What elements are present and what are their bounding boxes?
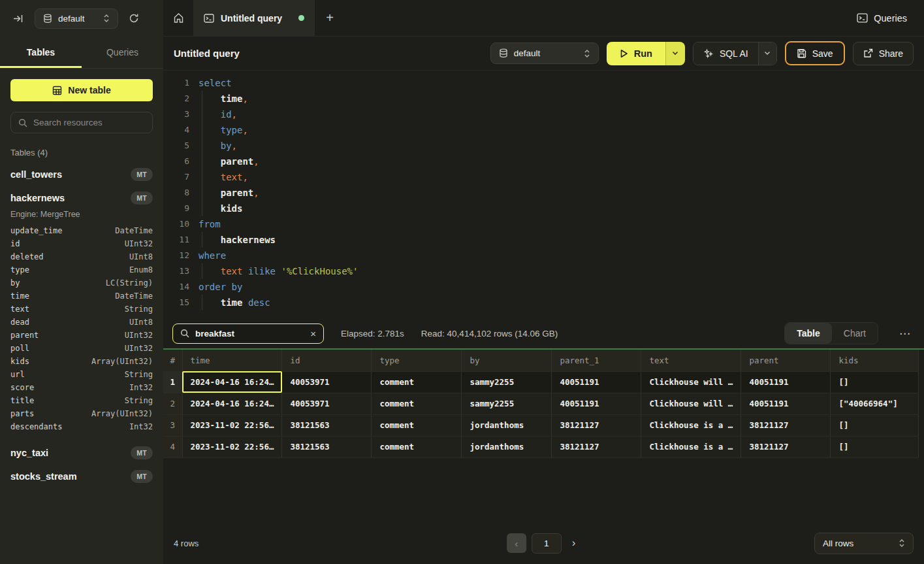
sidebar-table-hackernews[interactable]: hackernews MT	[10, 191, 153, 205]
code-line[interactable]: 3 id,	[163, 107, 924, 122]
share-button[interactable]: Share	[853, 42, 914, 65]
table-cell[interactable]: 40053971	[282, 393, 372, 414]
column-row[interactable]: urlString	[10, 368, 153, 381]
sidebar-search[interactable]	[10, 112, 153, 133]
next-page-icon[interactable]: ›	[567, 534, 581, 552]
table-cell[interactable]: 40051191	[552, 393, 641, 414]
code-line[interactable]: 13 text ilike '%ClickHouse%'	[163, 263, 924, 279]
table-cell[interactable]: comment	[372, 414, 462, 436]
page-size-select[interactable]: All rows	[814, 533, 914, 554]
new-tab-button[interactable]: +	[315, 0, 345, 36]
row-number-cell[interactable]: 1	[163, 371, 182, 393]
table-cell[interactable]: 38121127	[741, 436, 831, 457]
table-cell[interactable]: 38121127	[552, 414, 641, 436]
sidebar-tab-queries[interactable]: Queries	[82, 37, 163, 68]
table-cell[interactable]: Clickhouse is a …	[641, 436, 741, 457]
sql-editor[interactable]: 1select2 time,3 id,4 type,5 by,6 parent,…	[163, 71, 924, 318]
code-line[interactable]: 15 time desc	[163, 295, 924, 310]
table-cell[interactable]: sammy2255	[462, 371, 552, 393]
code-line[interactable]: 4 type,	[163, 122, 924, 138]
code-line[interactable]: 10from	[163, 216, 924, 232]
column-row[interactable]: partsArray(UInt32)	[10, 407, 153, 420]
save-button[interactable]: Save	[785, 41, 845, 65]
home-button[interactable]	[163, 0, 193, 36]
toolbar-database-select[interactable]: default	[490, 42, 599, 64]
table-cell[interactable]: 38121563	[282, 414, 372, 436]
table-cell[interactable]: comment	[372, 371, 462, 393]
column-row[interactable]: scoreInt32	[10, 381, 153, 394]
table-cell[interactable]: sammy2255	[462, 393, 552, 414]
table-cell[interactable]: 2024-04-16 16:24…	[182, 371, 282, 393]
sqlai-options-button[interactable]	[758, 42, 776, 65]
topbar-database-select[interactable]: default	[35, 8, 118, 29]
sidebar-search-input[interactable]	[33, 118, 145, 127]
table-cell[interactable]: 2024-04-16 16:24…	[182, 393, 282, 414]
table-cell[interactable]: 2023-11-02 22:56…	[182, 436, 282, 457]
sidebar-table-stocks-stream[interactable]: stocks_stream MT	[10, 470, 153, 483]
column-row[interactable]: typeEnum8	[10, 263, 153, 276]
column-row[interactable]: kidsArray(UInt32)	[10, 355, 153, 368]
run-options-button[interactable]	[665, 42, 685, 65]
table-cell[interactable]: Clickhouse will …	[641, 371, 741, 393]
sidebar-table-cell-towers[interactable]: cell_towers MT	[10, 168, 153, 181]
column-header-parent[interactable]: parent	[741, 350, 831, 371]
code-line[interactable]: 11 hackernews	[163, 232, 924, 248]
column-row[interactable]: textString	[10, 303, 153, 316]
column-header-by[interactable]: by	[462, 350, 552, 371]
code-line[interactable]: 9 kids	[163, 201, 924, 216]
code-line[interactable]: 12where	[163, 248, 924, 263]
clear-filter-icon[interactable]: ×	[310, 329, 316, 339]
column-row[interactable]: idUInt32	[10, 237, 153, 250]
page-number[interactable]: 1	[532, 533, 562, 554]
code-line[interactable]: 14order by	[163, 279, 924, 295]
column-row[interactable]: pollUInt32	[10, 342, 153, 355]
column-header-text[interactable]: text	[641, 350, 741, 371]
view-toggle-table[interactable]: Table	[785, 323, 832, 344]
column-row[interactable]: byLC(String)	[10, 276, 153, 290]
column-row[interactable]: deletedUInt8	[10, 250, 153, 263]
column-row[interactable]: titleString	[10, 394, 153, 407]
new-table-button[interactable]: New table	[10, 79, 153, 101]
row-number-cell[interactable]: 2	[163, 393, 182, 414]
code-line[interactable]: 5 by,	[163, 138, 924, 154]
column-row[interactable]: parentUInt32	[10, 329, 153, 342]
code-line[interactable]: 1select	[163, 75, 924, 91]
code-line[interactable]: 6 parent,	[163, 154, 924, 169]
table-cell[interactable]: jordanthoms	[462, 414, 552, 436]
table-cell[interactable]: 40053971	[282, 371, 372, 393]
queries-button[interactable]: Queries	[840, 0, 924, 36]
tab-untitled-query[interactable]: Untitled query	[193, 0, 315, 36]
sidebar-table-nyc-taxi[interactable]: nyc_taxi MT	[10, 446, 153, 459]
table-cell[interactable]: Clickhouse is a …	[641, 414, 741, 436]
prev-page-icon[interactable]: ‹	[507, 533, 526, 553]
column-header-parent_1[interactable]: parent_1	[552, 350, 641, 371]
code-line[interactable]: 2 time,	[163, 91, 924, 107]
table-cell[interactable]: comment	[372, 393, 462, 414]
table-cell[interactable]: ["40066964"]	[831, 393, 919, 414]
column-row[interactable]: descendantsInt32	[10, 420, 153, 433]
table-cell[interactable]: 40051191	[552, 371, 641, 393]
table-cell[interactable]: 38121127	[552, 436, 641, 457]
table-cell[interactable]: jordanthoms	[462, 436, 552, 457]
table-cell[interactable]: 38121563	[282, 436, 372, 457]
refresh-icon[interactable]	[125, 9, 143, 27]
row-number-cell[interactable]: 3	[163, 414, 182, 436]
table-cell[interactable]: []	[831, 371, 919, 393]
table-cell[interactable]: Clickhouse will …	[641, 393, 741, 414]
column-header-type[interactable]: type	[372, 350, 462, 371]
results-filter[interactable]: ×	[172, 323, 324, 344]
table-cell[interactable]: 40051191	[741, 393, 831, 414]
run-button[interactable]: Run	[607, 42, 665, 65]
column-header-kids[interactable]: kids	[831, 350, 919, 371]
collapse-sidebar-icon[interactable]	[9, 9, 28, 28]
table-cell[interactable]: []	[831, 414, 919, 436]
sqlai-button[interactable]: SQL AI	[693, 42, 758, 65]
code-line[interactable]: 7 text,	[163, 169, 924, 185]
column-header-id[interactable]: id	[282, 350, 372, 371]
results-filter-input[interactable]	[195, 329, 304, 339]
column-row[interactable]: deadUInt8	[10, 316, 153, 329]
table-cell[interactable]: 2023-11-02 22:56…	[182, 414, 282, 436]
table-cell[interactable]: comment	[372, 436, 462, 457]
row-number-cell[interactable]: 4	[163, 436, 182, 457]
code-line[interactable]: 8 parent,	[163, 185, 924, 201]
